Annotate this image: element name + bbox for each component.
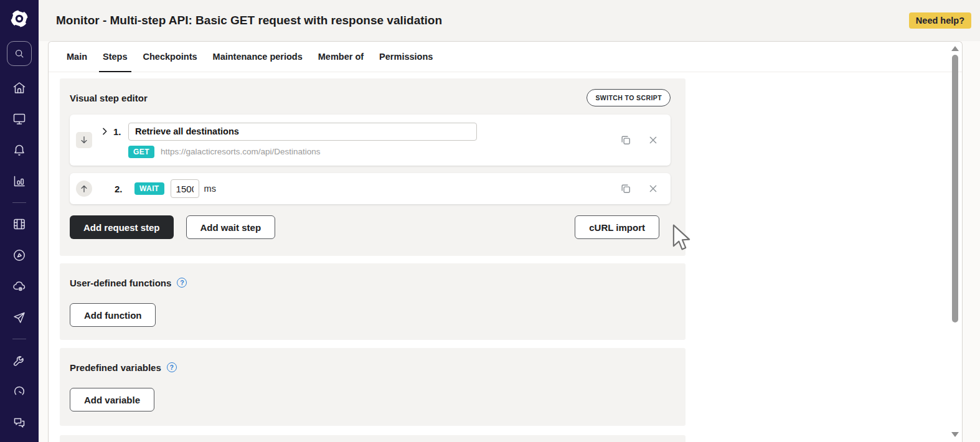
tab-steps[interactable]: Steps — [98, 42, 133, 72]
page-title: Monitor - Multi-step API: Basic GET requ… — [56, 14, 909, 27]
step-number: 2. — [115, 184, 127, 194]
scrollbar-thumb[interactable] — [952, 55, 958, 322]
scrollbar-down-arrow-icon[interactable] — [951, 432, 959, 437]
home-icon — [12, 80, 27, 95]
scrollbar-up-arrow-icon[interactable] — [951, 46, 959, 51]
wait-method-badge: WAIT — [134, 182, 164, 195]
sidebar — [0, 0, 39, 442]
switch-to-script-button[interactable]: SWITCH TO SCRIPT — [587, 89, 671, 106]
sidebar-item-compass[interactable] — [12, 248, 27, 263]
tab-main[interactable]: Main — [62, 42, 92, 72]
expand-step-chevron-icon[interactable] — [100, 126, 110, 136]
monitor-panel: Main Steps Checkpoints Maintenance perio… — [48, 41, 963, 442]
tab-permissions[interactable]: Permissions — [374, 42, 438, 72]
sidebar-item-cloud-settings[interactable] — [12, 279, 27, 294]
user-defined-functions-title: User-defined functions — [70, 278, 171, 288]
http-method-badge: GET — [128, 146, 154, 158]
curl-import-button[interactable]: cURL import — [575, 215, 659, 239]
tab-maintenance-periods[interactable]: Maintenance periods — [208, 42, 308, 72]
arrow-up-icon — [78, 183, 90, 194]
wrench-icon — [12, 353, 27, 368]
step-name-input[interactable] — [128, 123, 477, 141]
step-number: 1. — [113, 126, 126, 137]
tab-member-of[interactable]: Member of — [313, 42, 369, 72]
sidebar-item-tools[interactable] — [12, 353, 27, 368]
compass-icon — [12, 248, 27, 263]
help-icon[interactable]: ? — [167, 362, 177, 372]
step-url: https://galacticresorts.com/api/Destinat… — [161, 147, 321, 156]
delete-step-icon[interactable] — [648, 184, 658, 194]
top-header: Monitor - Multi-step API: Basic GET requ… — [39, 0, 980, 41]
main-area: Monitor - Multi-step API: Basic GET requ… — [39, 0, 980, 442]
gauge-icon — [12, 384, 27, 399]
delete-step-icon[interactable] — [648, 135, 658, 145]
add-variable-button[interactable]: Add variable — [70, 388, 154, 411]
sidebar-search-button[interactable] — [7, 41, 32, 66]
tab-checkpoints[interactable]: Checkpoints — [138, 42, 202, 72]
sidebar-divider — [12, 339, 26, 339]
move-step-up-button[interactable] — [76, 181, 92, 197]
add-wait-step-button[interactable]: Add wait step — [186, 215, 276, 239]
wait-duration-input[interactable] — [171, 179, 199, 198]
step-row-1: 1. GET https://galacticresorts.com/api/D… — [70, 115, 671, 166]
sidebar-item-send[interactable] — [12, 310, 27, 325]
tab-bar: Main Steps Checkpoints Maintenance perio… — [49, 42, 962, 72]
panel-scrollbar[interactable] — [950, 43, 960, 440]
predefined-variables-title: Predefined variables — [70, 362, 161, 373]
sidebar-item-monitors[interactable] — [12, 111, 27, 126]
move-step-down-button[interactable] — [76, 132, 92, 148]
duplicate-step-icon[interactable] — [620, 134, 632, 146]
app-logo-icon — [7, 6, 32, 31]
paper-plane-icon — [12, 310, 27, 325]
visual-step-editor-section: Visual step editor SWITCH TO SCRIPT 1. — [60, 78, 686, 256]
cloud-gear-icon — [12, 279, 27, 294]
user-defined-functions-section: User-defined functions ? Add function — [60, 263, 686, 340]
bell-icon — [12, 143, 27, 158]
sidebar-item-chat[interactable] — [12, 415, 27, 430]
visual-step-editor-title: Visual step editor — [70, 93, 148, 103]
wait-unit-label: ms — [204, 184, 216, 194]
predefined-variables-section: Predefined variables ? Add variable — [60, 348, 686, 426]
help-icon[interactable]: ? — [177, 278, 187, 288]
add-function-button[interactable]: Add function — [70, 303, 156, 327]
sidebar-item-alerts[interactable] — [12, 143, 27, 158]
sidebar-item-reports[interactable] — [12, 174, 27, 189]
sidebar-item-gauge[interactable] — [12, 384, 27, 399]
step-row-2: 2. WAIT ms — [70, 173, 671, 204]
sidebar-item-home[interactable] — [12, 80, 27, 95]
next-section-partial — [60, 435, 686, 442]
monitor-icon — [12, 111, 27, 126]
sidebar-item-videos[interactable] — [12, 217, 27, 232]
arrow-down-icon — [78, 134, 90, 146]
sidebar-divider — [12, 202, 26, 203]
add-request-step-button[interactable]: Add request step — [70, 215, 174, 239]
search-icon — [13, 47, 26, 60]
chat-bubbles-icon — [12, 415, 27, 430]
duplicate-step-icon[interactable] — [620, 182, 632, 195]
film-icon — [12, 217, 27, 232]
bar-chart-icon — [12, 174, 27, 189]
need-help-button[interactable]: Need help? — [909, 12, 971, 29]
